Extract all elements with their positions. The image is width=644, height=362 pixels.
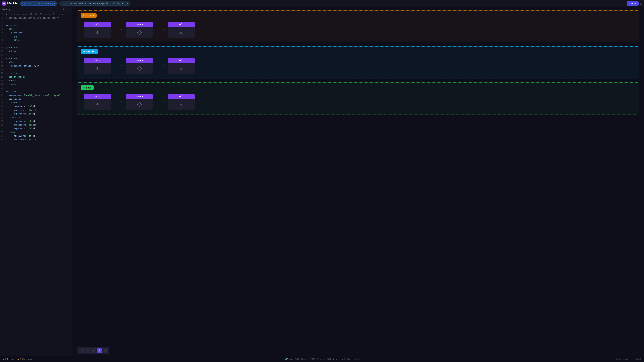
pipeline-section-metrics: Metricsotlpbatchotlp (77, 46, 639, 78)
svg-marker-10 (121, 65, 122, 66)
code-editor[interactable]: 1# Learn more about the OpenTelemetry Co… (0, 12, 72, 356)
copy-icon[interactable]: ⎘ (62, 8, 64, 10)
crafted-with: Crafted with ❤ by dash0 (616, 358, 641, 360)
footer-github-link[interactable]: ★ GitHub (342, 358, 351, 360)
line-code: metrics: (6, 116, 72, 119)
svg-point-6 (139, 32, 140, 33)
node-body-traces-proc (126, 27, 153, 38)
code-line: 22service: (0, 90, 72, 93)
line-number: 15 (0, 64, 6, 67)
line-code: otlp: (6, 27, 72, 31)
download-icon[interactable]: ⬇ (66, 8, 67, 10)
line-number: 12 (0, 53, 6, 56)
line-number: 25 (0, 101, 6, 104)
line-code: protocols: (6, 31, 72, 34)
line-code: exporters: [otlp] (6, 112, 72, 115)
code-panel: Config ⎘ ⬇ ⊞ 1# Learn more about the Ope… (0, 7, 72, 356)
code-line: 11 batch: (0, 49, 72, 53)
node-card-metrics-proc[interactable]: batch (126, 58, 153, 74)
zoom-out-button[interactable]: − (79, 348, 84, 353)
footer-otelbin-slack-link[interactable]: # #OTelBin on CNCF Slack (310, 358, 338, 360)
code-line: 10processors: (0, 45, 72, 49)
svg-marker-5 (121, 29, 122, 30)
line-code: receivers: [otlp] (6, 105, 72, 108)
node-card-logs-recv[interactable]: otlp (84, 94, 111, 110)
fit-button[interactable]: ⤢ (91, 348, 96, 353)
svg-point-11 (139, 68, 140, 69)
viz-panel: TracesotlpbatchotlpMetricsotlpbatchotlpL… (72, 7, 644, 356)
footer-links: 🔗 Join CNCF Slack # #OTelBin on CNCF Sla… (285, 358, 362, 360)
pipeline-icon-logs (83, 86, 85, 89)
svg-marker-18 (163, 101, 164, 103)
share-button[interactable]: ⤴ Share (627, 1, 639, 6)
node-card-metrics-recv[interactable]: otlp (84, 58, 111, 74)
close-icon[interactable]: ✕ (127, 2, 128, 5)
help-button[interactable]: ? (103, 348, 108, 353)
line-code (6, 53, 72, 56)
line-code: exporters: [otlp] (6, 127, 72, 130)
line-code: endpoint: otelcol:4317 (6, 64, 72, 67)
footer-legal-link[interactable]: ⚖ Legal (354, 358, 362, 360)
code-line: 6 protocols: (0, 31, 72, 34)
node-header-metrics-proc: batch (126, 58, 153, 63)
zoom-in-button[interactable]: + (85, 348, 90, 353)
line-number: 27 (0, 108, 6, 112)
lock-button[interactable]: 🔒 (97, 348, 102, 353)
svg-marker-13 (163, 65, 164, 66)
pipeline-title-metrics: Metrics (86, 50, 96, 53)
expand-icon[interactable]: ⊞ (68, 8, 70, 10)
line-code: processors: [batch] (6, 108, 72, 112)
node-card-traces-proc[interactable]: batch (126, 22, 153, 38)
line-number: 10 (0, 46, 6, 49)
code-line: 12 (0, 53, 72, 57)
node-header-traces-recv: otlp (84, 22, 111, 27)
validation-badge[interactable]: ✓ Validation: Browser-only ▾ (20, 1, 57, 5)
node-header-traces-exp: otlp (168, 22, 195, 27)
line-code: extensions: [health_check, pprof, zpages… (6, 94, 72, 97)
topbar-right: ⤴ Share ⬚ (627, 1, 642, 6)
code-line: 25 traces: (0, 101, 72, 105)
line-number: 5 (0, 27, 6, 31)
pipeline-nodes-traces: otlpbatchotlp (81, 20, 636, 39)
line-number: 22 (0, 90, 6, 93)
footer-cncf-link[interactable]: 🔗 Join CNCF Slack (285, 358, 306, 360)
node-card-traces-exp[interactable]: otlp (168, 22, 195, 38)
pipeline-arrow (111, 64, 126, 67)
node-card-traces-recv[interactable]: otlp (84, 22, 111, 38)
line-code: health_check: (6, 75, 72, 79)
line-code: pipelines: (6, 97, 72, 101)
node-header-metrics-exp: otlp (168, 58, 195, 63)
line-number: 17 (0, 71, 6, 75)
line-number: 30 (0, 119, 6, 123)
code-line: 16 (0, 68, 72, 71)
line-code: service: (6, 90, 72, 93)
line-code: extensions: (6, 71, 72, 75)
pipeline-nodes-logs: otlpbatchotlp (81, 92, 636, 112)
login-icon[interactable]: ⬚ (640, 2, 642, 5)
code-line: 18 health_check: (0, 75, 72, 79)
code-line: 17extensions: (0, 71, 72, 75)
node-body-traces-recv (84, 27, 111, 38)
svg-marker-8 (163, 29, 164, 30)
node-card-logs-exp[interactable]: otlp (168, 94, 195, 110)
svg-point-16 (139, 104, 140, 105)
notice-text: Try the improved, distribution-specific … (64, 2, 125, 5)
line-number: 21 (0, 86, 6, 90)
info-icon: ℹ (62, 2, 62, 5)
line-code (6, 42, 72, 45)
pipeline-arrow (153, 100, 168, 104)
warning-icon: ● (18, 358, 19, 360)
code-line: 30 receivers: [otlp] (0, 119, 72, 123)
pipeline-section-traces: Tracesotlpbatchotlp (77, 10, 639, 42)
code-line: 1# Learn more about the OpenTelemetry Co… (0, 12, 72, 16)
line-code (6, 68, 72, 71)
config-title: Config (2, 8, 10, 10)
node-card-metrics-exp[interactable]: otlp (168, 58, 195, 74)
node-body-metrics-recv (84, 63, 111, 74)
error-check-icon: ● (3, 358, 4, 360)
line-number: 1 (0, 12, 6, 16)
node-card-logs-proc[interactable]: batch (126, 94, 153, 110)
line-number: 7 (0, 35, 6, 38)
pipeline-label-logs: Logs (81, 85, 94, 90)
code-line: 15 endpoint: otelcol:4317 (0, 64, 72, 68)
